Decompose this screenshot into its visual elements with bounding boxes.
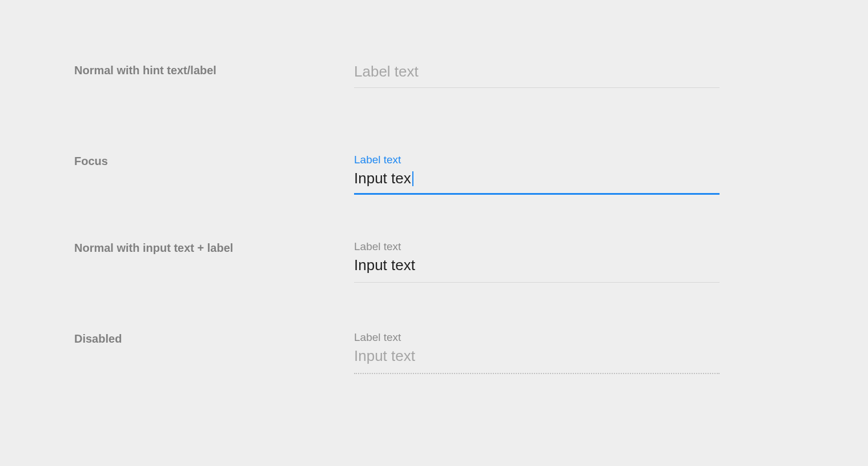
state-row-disabled: Disabled Label text Input text	[74, 331, 868, 374]
text-caret	[412, 171, 413, 186]
state-description: Disabled	[74, 331, 354, 346]
description-col: Normal with input text + label	[74, 240, 354, 255]
input-value: Input text	[354, 256, 720, 282]
text-field-focus[interactable]: Label text Input tex	[354, 154, 720, 195]
text-field-disabled: Label text Input text	[354, 331, 720, 374]
description-col: Disabled	[74, 331, 354, 346]
floating-label: Label text	[354, 240, 720, 253]
text-field-normal-input[interactable]: Label text Input text	[354, 240, 720, 283]
state-row-focus: Focus Label text Input tex	[74, 154, 868, 195]
text-field-normal-hint[interactable]: Label text	[354, 63, 720, 88]
input-value: Input tex	[354, 170, 411, 187]
floating-label: Label text	[354, 331, 720, 344]
state-description: Normal with hint text/label	[74, 63, 354, 78]
text-field-states-spec: Normal with hint text/label Label text F…	[0, 0, 868, 374]
placeholder-label: Label text	[354, 63, 720, 87]
input-value-with-caret: Input tex	[354, 170, 720, 193]
floating-label: Label text	[354, 154, 720, 166]
state-description: Normal with input text + label	[74, 240, 354, 255]
state-description: Focus	[74, 154, 354, 168]
input-value: Input text	[354, 347, 720, 373]
description-col: Normal with hint text/label	[74, 63, 354, 78]
state-row-normal-input: Normal with input text + label Label tex…	[74, 240, 868, 283]
state-row-normal-hint: Normal with hint text/label Label text	[74, 63, 868, 88]
description-col: Focus	[74, 154, 354, 168]
